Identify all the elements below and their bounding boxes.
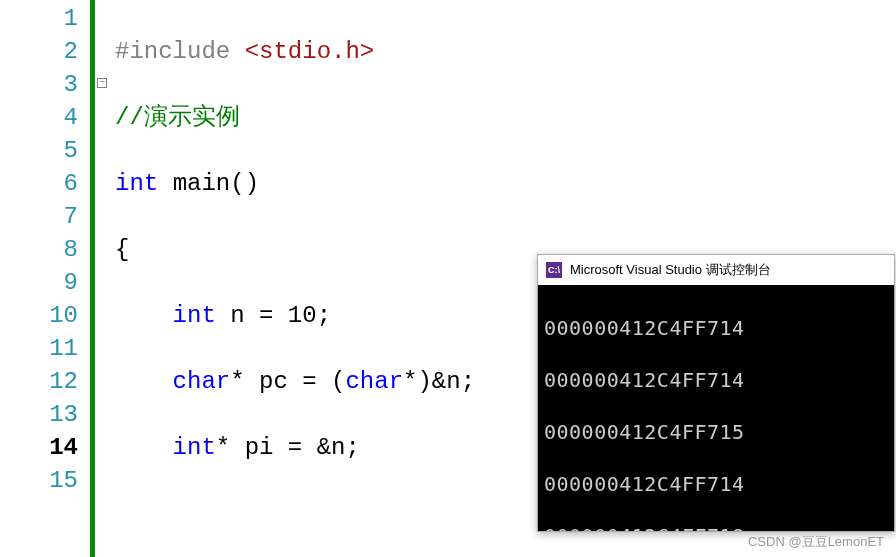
- console-line: 000000412C4FF714: [544, 367, 888, 393]
- console-line: 000000412C4FF714: [544, 315, 888, 341]
- debug-console-window[interactable]: C:\ Microsoft Visual Studio 调试控制台 000000…: [537, 254, 895, 532]
- watermark: CSDN @豆豆LemonET: [748, 533, 884, 551]
- visual-studio-icon: C:\: [546, 262, 562, 278]
- console-line: 000000412C4FF718: [544, 523, 888, 531]
- line-number: 7: [0, 200, 78, 233]
- line-number: 13: [0, 398, 78, 431]
- fold-column: −: [95, 0, 109, 557]
- line-number: 6: [0, 167, 78, 200]
- line-number-current: 14: [0, 431, 78, 464]
- line-number: 12: [0, 365, 78, 398]
- line-number: 5: [0, 134, 78, 167]
- code-line: #include <stdio.h>: [115, 35, 896, 68]
- line-number: 3: [0, 68, 78, 101]
- line-number: 11: [0, 332, 78, 365]
- console-output[interactable]: 000000412C4FF714 000000412C4FF714 000000…: [538, 285, 894, 531]
- line-number: 9: [0, 266, 78, 299]
- code-line: int main(): [115, 167, 896, 200]
- line-number: 10: [0, 299, 78, 332]
- console-title: Microsoft Visual Studio 调试控制台: [570, 261, 771, 279]
- console-line: 000000412C4FF715: [544, 419, 888, 445]
- line-number: 15: [0, 464, 78, 497]
- code-line: //演示实例: [115, 101, 896, 134]
- line-number: 2: [0, 35, 78, 68]
- line-number: 8: [0, 233, 78, 266]
- line-number: 4: [0, 101, 78, 134]
- console-titlebar[interactable]: C:\ Microsoft Visual Studio 调试控制台: [538, 255, 894, 285]
- fold-toggle-icon[interactable]: −: [97, 78, 107, 88]
- line-number-gutter: 1 2 3 4 5 6 7 8 9 10 11 12 13 14 15: [0, 0, 90, 557]
- console-line: 000000412C4FF714: [544, 471, 888, 497]
- line-number: 1: [0, 2, 78, 35]
